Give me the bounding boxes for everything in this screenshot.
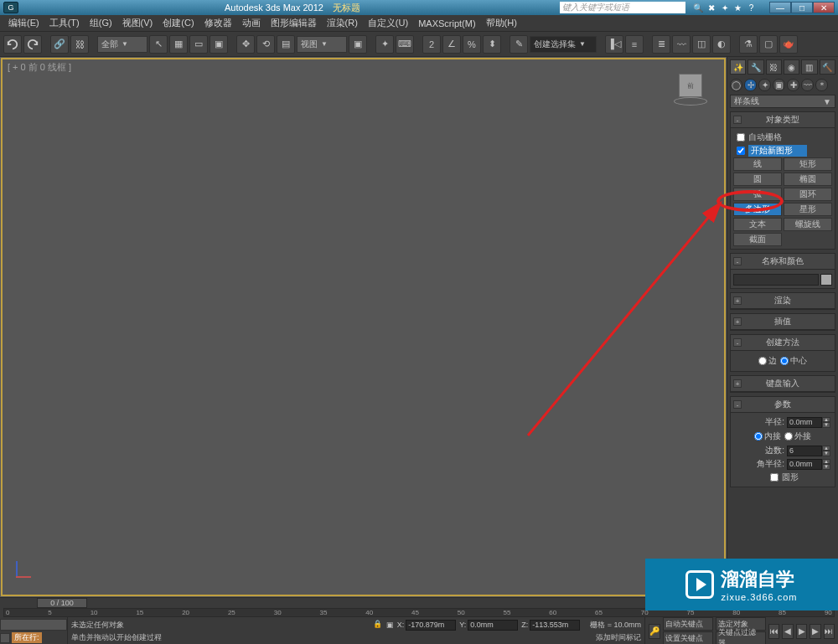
rotate-button[interactable]: ⟲ [256, 35, 275, 54]
text-button[interactable]: 文本 [733, 218, 782, 231]
select-region-button[interactable]: ▭ [189, 35, 208, 54]
snap-percent-button[interactable]: % [463, 35, 481, 54]
play-button[interactable]: ▶ [796, 624, 807, 639]
modify-tab[interactable]: 🔧 [747, 59, 763, 75]
curve-editor-button[interactable]: 〰 [672, 35, 691, 54]
align-button[interactable]: ≡ [625, 35, 644, 54]
keyboard-shortcut-button[interactable]: ⌨ [396, 35, 414, 54]
named-selection-dropdown[interactable]: 创建选择集▼ [530, 36, 597, 53]
menu-customize[interactable]: 自定义(U) [363, 15, 413, 31]
render-frame-button[interactable]: ▢ [759, 35, 778, 54]
circle-button[interactable]: 圆 [733, 173, 782, 186]
exchange-icon[interactable]: ✦ [719, 3, 730, 13]
edit-named-sel-button[interactable]: ✎ [510, 35, 528, 54]
viewport-label[interactable]: [ + 0 前 0 线框 ] [8, 61, 71, 74]
shapes-category-dropdown[interactable]: 样条线▼ [730, 95, 835, 108]
scale-button[interactable]: ▤ [277, 35, 295, 54]
time-slider[interactable]: 0 / 100 [37, 598, 87, 608]
object-color-swatch[interactable] [820, 274, 832, 286]
center-radio[interactable]: 中心 [780, 355, 807, 367]
rollout-expand-icon[interactable]: + [733, 317, 742, 326]
spacewarps-subtab[interactable]: 〰 [801, 79, 814, 91]
menu-graph[interactable]: 图形编辑器 [266, 15, 322, 31]
create-tab[interactable]: ✨ [730, 59, 746, 75]
sides-spinner[interactable]: ▲▼ [787, 446, 830, 456]
creation-method-header[interactable]: - 创建方法 [731, 335, 835, 351]
menu-render[interactable]: 渲染(R) [322, 15, 363, 31]
corner-radius-spinner[interactable]: ▲▼ [787, 459, 830, 470]
set-key-button[interactable]: 设置关键点 [663, 631, 713, 644]
render-setup-button[interactable]: ⚗ [739, 35, 758, 54]
arc-button[interactable]: 弧 [733, 188, 782, 201]
motion-tab[interactable]: ◉ [784, 59, 799, 75]
window-crossing-button[interactable]: ▣ [210, 35, 228, 54]
redo-button[interactable] [23, 35, 42, 54]
start-new-shape-checkbox[interactable]: 开始新图形 [733, 144, 832, 157]
goto-start-button[interactable]: ⏮ [768, 624, 779, 639]
lock-icon[interactable]: 🔒 [373, 620, 383, 630]
schematic-button[interactable]: ◫ [692, 35, 711, 54]
unlink-button[interactable]: ⛓ [70, 35, 89, 54]
view-cube[interactable]: 前 [674, 72, 707, 106]
line-button[interactable]: 线 [733, 157, 782, 171]
minimize-button[interactable]: — [769, 2, 791, 13]
object-name-input[interactable] [733, 274, 819, 286]
inscribed-radio[interactable]: 内接 [754, 430, 781, 442]
rollout-collapse-icon[interactable]: - [733, 257, 742, 265]
helix-button[interactable]: 螺旋线 [784, 218, 832, 231]
hierarchy-tab[interactable]: ⛓ [766, 59, 782, 75]
x-coord-input[interactable] [406, 620, 456, 631]
pivot-center-button[interactable]: ▣ [349, 35, 367, 54]
menu-tools[interactable]: 工具(T) [44, 15, 85, 31]
circumscribed-radio[interactable]: 外接 [784, 430, 811, 442]
viewport[interactable]: [ + 0 前 0 线框 ] 前 [1, 58, 726, 596]
rollout-collapse-icon[interactable]: - [733, 400, 742, 409]
view-cube-face[interactable]: 前 [679, 74, 702, 97]
favorite-icon[interactable]: ★ [732, 3, 743, 13]
menu-maxscript[interactable]: MAXScript(M) [413, 17, 480, 30]
close-button[interactable]: ✕ [813, 2, 835, 13]
helpers-subtab[interactable]: ✚ [787, 79, 799, 91]
section-button[interactable]: 截面 [733, 233, 782, 246]
y-coord-input[interactable] [468, 620, 518, 631]
next-frame-button[interactable]: ▶ [810, 624, 820, 639]
mirror-button[interactable]: ▐◁ [605, 35, 623, 54]
radius-spinner[interactable]: ▲▼ [787, 417, 830, 428]
help-search-input[interactable]: 键入关键字或短语 [560, 2, 685, 13]
name-color-header[interactable]: - 名称和颜色 [731, 254, 835, 270]
auto-key-button[interactable]: 自动关键点 [663, 617, 713, 631]
select-name-button[interactable]: ▦ [169, 35, 188, 54]
maximize-button[interactable]: □ [791, 2, 813, 13]
auto-grid-checkbox[interactable]: 自动栅格 [733, 131, 832, 144]
menu-edit[interactable]: 编辑(E) [3, 15, 44, 31]
snap-angle-button[interactable]: ∠ [442, 35, 461, 54]
shapes-subtab[interactable]: ✢ [744, 79, 757, 91]
spinner-snap-button[interactable]: ⬍ [483, 35, 501, 54]
add-time-tag-button[interactable]: 添加时间标记 [596, 632, 641, 643]
select-button[interactable]: ↖ [149, 35, 168, 54]
menu-help[interactable]: 帮助(H) [481, 15, 522, 31]
menu-group[interactable]: 组(G) [85, 15, 117, 31]
rollout-expand-icon[interactable]: + [733, 379, 742, 388]
render-header[interactable]: + 渲染 [731, 293, 835, 309]
circular-checkbox[interactable]: 圆形 [733, 471, 832, 484]
edge-radio[interactable]: 边 [758, 355, 777, 367]
geometry-subtab[interactable]: ◯ [730, 79, 742, 91]
link-button[interactable]: 🔗 [50, 35, 69, 54]
isolate-icon[interactable]: ▣ [386, 621, 394, 629]
undo-button[interactable] [3, 35, 22, 54]
menu-views[interactable]: 视图(V) [117, 15, 158, 31]
menu-create[interactable]: 创建(C) [158, 15, 199, 31]
ellipse-button[interactable]: 椭圆 [784, 173, 832, 186]
cameras-subtab[interactable]: ▣ [773, 79, 785, 91]
layers-button[interactable]: ≣ [652, 35, 670, 54]
ngon-button[interactable]: 多边形 [733, 203, 782, 216]
donut-button[interactable]: 圆环 [784, 188, 832, 201]
key-mode-button[interactable]: 🔑 [649, 624, 660, 639]
z-coord-input[interactable] [530, 620, 580, 631]
key-filters-button[interactable]: 关键点过滤器... [716, 631, 766, 644]
view-cube-ring-icon[interactable] [674, 97, 707, 106]
menu-modifiers[interactable]: 修改器 [199, 15, 237, 31]
ref-coord-dropdown[interactable]: 视图▼ [297, 36, 347, 53]
selection-lock-box[interactable] [0, 619, 67, 631]
